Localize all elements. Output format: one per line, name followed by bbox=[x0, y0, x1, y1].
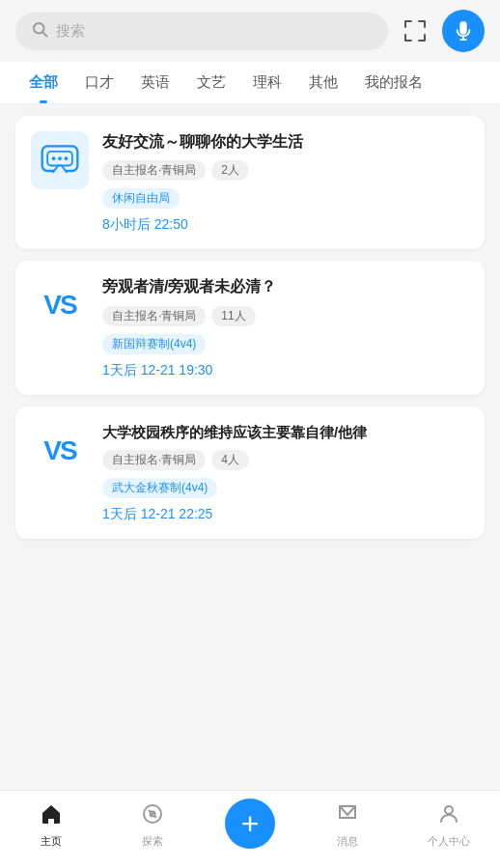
tab-arts[interactable]: 文艺 bbox=[183, 62, 239, 103]
card-1[interactable]: 友好交流～聊聊你的大学生活 自主报名·青铜局 2人 休闲自由局 8小时后 22:… bbox=[15, 116, 485, 249]
svg-line-11 bbox=[149, 810, 152, 813]
voice-button[interactable] bbox=[442, 10, 485, 52]
card-1-tag1: 自主报名·青铜局 bbox=[102, 160, 206, 181]
nav-message-label: 消息 bbox=[337, 834, 358, 849]
card-3-tag1: 自主报名·青铜局 bbox=[102, 450, 206, 470]
card-1-tags: 自主报名·青铜局 2人 bbox=[102, 160, 469, 181]
tab-other[interactable]: 其他 bbox=[295, 62, 351, 103]
card-3-tag2: 4人 bbox=[211, 450, 249, 470]
category-tabs: 全部 口才 英语 文艺 理科 其他 我的报名 bbox=[0, 62, 500, 104]
card-2-content: 旁观者清/旁观者未必清？ 自主报名·青铜局 11人 新国辩赛制(4v4) 1天后… bbox=[102, 276, 469, 378]
tab-all[interactable]: 全部 bbox=[15, 62, 71, 103]
tab-science[interactable]: 理科 bbox=[239, 62, 295, 103]
svg-line-1 bbox=[42, 32, 46, 36]
card-3-content: 大学校园秩序的维持应该主要靠自律/他律 自主报名·青铜局 4人 武大金秋赛制(4… bbox=[102, 422, 469, 523]
card-3-title: 大学校园秩序的维持应该主要靠自律/他律 bbox=[102, 422, 469, 442]
card-1-tags2: 休闲自由局 bbox=[102, 188, 469, 209]
bottom-nav: 主页 探索 + 消息 bbox=[0, 790, 500, 868]
card-2-tag2: 11人 bbox=[211, 306, 255, 326]
nav-add-button[interactable]: + bbox=[225, 798, 275, 849]
card-2[interactable]: VS 旁观者清/旁观者未必清？ 自主报名·青铜局 11人 新国辩赛制(4v4) … bbox=[15, 261, 485, 394]
search-placeholder: 搜索 bbox=[56, 22, 85, 41]
card-1-tag2: 2人 bbox=[211, 160, 249, 181]
card-2-tags2: 新国辩赛制(4v4) bbox=[102, 334, 469, 354]
person-icon bbox=[437, 802, 460, 831]
svg-point-8 bbox=[65, 156, 69, 160]
nav-explore-label: 探索 bbox=[142, 834, 163, 849]
nav-message[interactable]: 消息 bbox=[319, 802, 376, 849]
cards-area: 友好交流～聊聊你的大学生活 自主报名·青铜局 2人 休闲自由局 8小时后 22:… bbox=[0, 104, 500, 550]
card-icon-vs: VS bbox=[31, 276, 89, 334]
card-2-time: 1天后 12-21 19:30 bbox=[102, 362, 469, 379]
tab-myregistration[interactable]: 我的报名 bbox=[351, 62, 436, 103]
svg-point-7 bbox=[58, 156, 62, 160]
card-3-tag3: 武大金秋赛制(4v4) bbox=[102, 478, 217, 498]
card-2-tag1: 自主报名·青铜局 bbox=[102, 306, 206, 326]
nav-profile[interactable]: 个人中心 bbox=[420, 802, 478, 849]
search-icon bbox=[31, 20, 48, 42]
card-3-time: 1天后 12-21 22:25 bbox=[102, 506, 469, 523]
nav-home-label: 主页 bbox=[41, 834, 62, 849]
message-icon bbox=[336, 802, 359, 831]
card-3-tags: 自主报名·青铜局 4人 bbox=[102, 450, 469, 470]
plus-icon: + bbox=[241, 808, 260, 839]
card-icon-chat bbox=[31, 131, 89, 189]
tab-speech[interactable]: 口才 bbox=[71, 62, 127, 103]
search-bar: 搜索 bbox=[0, 0, 500, 62]
card-icon-vs-2: VS bbox=[31, 422, 89, 480]
tab-english[interactable]: 英语 bbox=[127, 62, 183, 103]
nav-home[interactable]: 主页 bbox=[22, 802, 80, 849]
svg-point-13 bbox=[445, 806, 453, 814]
card-1-tag3: 休闲自由局 bbox=[102, 188, 180, 209]
card-2-title: 旁观者清/旁观者未必清？ bbox=[102, 276, 469, 297]
svg-point-6 bbox=[52, 156, 56, 160]
svg-line-12 bbox=[153, 816, 156, 819]
card-3-tags2: 武大金秋赛制(4v4) bbox=[102, 478, 469, 498]
home-icon bbox=[40, 802, 63, 831]
card-3[interactable]: VS 大学校园秩序的维持应该主要靠自律/他律 自主报名·青铜局 4人 武大金秋赛… bbox=[15, 406, 485, 539]
card-1-content: 友好交流～聊聊你的大学生活 自主报名·青铜局 2人 休闲自由局 8小时后 22:… bbox=[102, 131, 469, 234]
nav-explore[interactable]: 探索 bbox=[124, 802, 181, 849]
scan-button[interactable] bbox=[398, 14, 432, 48]
nav-profile-label: 个人中心 bbox=[428, 834, 470, 849]
card-1-time: 8小时后 22:50 bbox=[102, 216, 469, 234]
explore-icon bbox=[141, 802, 164, 831]
card-1-title: 友好交流～聊聊你的大学生活 bbox=[102, 131, 469, 153]
search-input-wrapper[interactable]: 搜索 bbox=[15, 13, 388, 50]
card-2-tag3: 新国辩赛制(4v4) bbox=[102, 334, 206, 354]
card-2-tags: 自主报名·青铜局 11人 bbox=[102, 306, 469, 326]
